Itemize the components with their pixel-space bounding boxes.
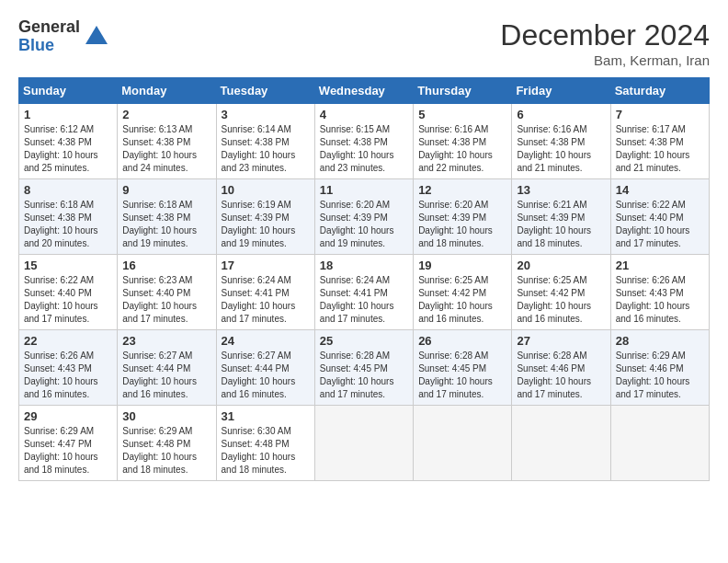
calendar-cell-3-2: 16Sunrise: 6:23 AMSunset: 4:40 PMDayligh…	[118, 255, 216, 330]
cell-content: Sunrise: 6:18 AMSunset: 4:38 PMDaylight:…	[122, 199, 210, 250]
calendar-week-1: 1Sunrise: 6:12 AMSunset: 4:38 PMDaylight…	[19, 104, 710, 179]
day-number: 23	[122, 334, 210, 348]
day-number: 4	[320, 108, 408, 121]
day-number: 9	[122, 183, 210, 197]
calendar-cell-2-4: 11Sunrise: 6:20 AMSunset: 4:39 PMDayligh…	[314, 179, 413, 255]
day-number: 21	[616, 259, 704, 272]
logo-blue-text: Blue	[18, 37, 80, 55]
cell-content: Sunrise: 6:25 AMSunset: 4:42 PMDaylight:…	[418, 274, 506, 326]
calendar-header-row: Sunday Monday Tuesday Wednesday Thursday…	[19, 78, 710, 104]
calendar-cell-5-2: 30Sunrise: 6:29 AMSunset: 4:48 PMDayligh…	[118, 406, 216, 481]
calendar-table: Sunday Monday Tuesday Wednesday Thursday…	[18, 77, 710, 481]
calendar-cell-1-1: 1Sunrise: 6:12 AMSunset: 4:38 PMDaylight…	[19, 104, 118, 179]
cell-content: Sunrise: 6:27 AMSunset: 4:44 PMDaylight:…	[222, 350, 310, 401]
cell-content: Sunrise: 6:25 AMSunset: 4:42 PMDaylight:…	[517, 274, 605, 326]
calendar-cell-5-6	[512, 406, 610, 481]
cell-content: Sunrise: 6:18 AMSunset: 4:38 PMDaylight:…	[24, 199, 112, 250]
col-sunday: Sunday	[19, 78, 118, 104]
day-number: 1	[24, 108, 112, 121]
title-block: December 2024 Bam, Kerman, Iran	[500, 18, 710, 68]
day-number: 24	[222, 334, 310, 348]
calendar-cell-2-1: 8Sunrise: 6:18 AMSunset: 4:38 PMDaylight…	[19, 179, 118, 255]
day-number: 15	[24, 259, 112, 272]
day-number: 26	[418, 334, 506, 348]
cell-content: Sunrise: 6:16 AMSunset: 4:38 PMDaylight:…	[418, 123, 506, 175]
calendar-cell-2-5: 12Sunrise: 6:20 AMSunset: 4:39 PMDayligh…	[414, 179, 512, 255]
cell-content: Sunrise: 6:22 AMSunset: 4:40 PMDaylight:…	[24, 274, 112, 326]
col-tuesday: Tuesday	[216, 78, 314, 104]
day-number: 27	[517, 334, 605, 348]
day-number: 11	[320, 183, 408, 197]
cell-content: Sunrise: 6:20 AMSunset: 4:39 PMDaylight:…	[418, 199, 506, 250]
day-number: 13	[517, 183, 605, 197]
cell-content: Sunrise: 6:19 AMSunset: 4:39 PMDaylight:…	[222, 199, 310, 250]
calendar-cell-4-6: 27Sunrise: 6:28 AMSunset: 4:46 PMDayligh…	[512, 330, 610, 406]
calendar-cell-5-3: 31Sunrise: 6:30 AMSunset: 4:48 PMDayligh…	[216, 406, 314, 481]
svg-marker-0	[85, 26, 108, 44]
day-number: 20	[517, 259, 605, 272]
cell-content: Sunrise: 6:24 AMSunset: 4:41 PMDaylight:…	[320, 274, 408, 326]
calendar-cell-3-1: 15Sunrise: 6:22 AMSunset: 4:40 PMDayligh…	[19, 255, 118, 330]
day-number: 30	[122, 409, 210, 423]
day-number: 2	[122, 108, 210, 121]
cell-content: Sunrise: 6:17 AMSunset: 4:38 PMDaylight:…	[616, 123, 704, 175]
cell-content: Sunrise: 6:28 AMSunset: 4:45 PMDaylight:…	[320, 350, 408, 401]
day-number: 8	[24, 183, 112, 197]
day-number: 12	[418, 183, 506, 197]
calendar-cell-3-4: 18Sunrise: 6:24 AMSunset: 4:41 PMDayligh…	[314, 255, 413, 330]
calendar-cell-4-2: 23Sunrise: 6:27 AMSunset: 4:44 PMDayligh…	[118, 330, 216, 406]
col-friday: Friday	[512, 78, 610, 104]
cell-content: Sunrise: 6:26 AMSunset: 4:43 PMDaylight:…	[616, 274, 704, 326]
cell-content: Sunrise: 6:28 AMSunset: 4:46 PMDaylight:…	[517, 350, 605, 401]
cell-content: Sunrise: 6:29 AMSunset: 4:47 PMDaylight:…	[24, 425, 112, 477]
cell-content: Sunrise: 6:13 AMSunset: 4:38 PMDaylight:…	[122, 123, 210, 175]
cell-content: Sunrise: 6:23 AMSunset: 4:40 PMDaylight:…	[122, 274, 210, 326]
col-saturday: Saturday	[610, 78, 709, 104]
cell-content: Sunrise: 6:24 AMSunset: 4:41 PMDaylight:…	[222, 274, 310, 326]
col-monday: Monday	[118, 78, 216, 104]
day-number: 28	[616, 334, 704, 348]
calendar-cell-1-7: 7Sunrise: 6:17 AMSunset: 4:38 PMDaylight…	[610, 104, 709, 179]
calendar-cell-3-7: 21Sunrise: 6:26 AMSunset: 4:43 PMDayligh…	[610, 255, 709, 330]
day-number: 7	[616, 108, 704, 121]
cell-content: Sunrise: 6:29 AMSunset: 4:48 PMDaylight:…	[122, 425, 210, 477]
day-number: 18	[320, 259, 408, 272]
calendar-cell-1-5: 5Sunrise: 6:16 AMSunset: 4:38 PMDaylight…	[414, 104, 512, 179]
day-number: 14	[616, 183, 704, 197]
day-number: 10	[222, 183, 310, 197]
logo-general-text: General	[18, 18, 80, 37]
calendar-cell-1-3: 3Sunrise: 6:14 AMSunset: 4:38 PMDaylight…	[216, 104, 314, 179]
day-number: 22	[24, 334, 112, 348]
calendar-cell-2-6: 13Sunrise: 6:21 AMSunset: 4:39 PMDayligh…	[512, 179, 610, 255]
cell-content: Sunrise: 6:26 AMSunset: 4:43 PMDaylight:…	[24, 350, 112, 401]
calendar-cell-5-5	[414, 406, 512, 481]
cell-content: Sunrise: 6:28 AMSunset: 4:45 PMDaylight:…	[418, 350, 506, 401]
calendar-cell-5-7	[610, 406, 709, 481]
cell-content: Sunrise: 6:16 AMSunset: 4:38 PMDaylight:…	[517, 123, 605, 175]
col-wednesday: Wednesday	[314, 78, 413, 104]
cell-content: Sunrise: 6:27 AMSunset: 4:44 PMDaylight:…	[122, 350, 210, 401]
calendar-cell-2-2: 9Sunrise: 6:18 AMSunset: 4:38 PMDaylight…	[118, 179, 216, 255]
calendar-cell-5-1: 29Sunrise: 6:29 AMSunset: 4:47 PMDayligh…	[19, 406, 118, 481]
calendar-cell-5-4	[314, 406, 413, 481]
cell-content: Sunrise: 6:12 AMSunset: 4:38 PMDaylight:…	[24, 123, 112, 175]
calendar-cell-4-1: 22Sunrise: 6:26 AMSunset: 4:43 PMDayligh…	[19, 330, 118, 406]
calendar-week-4: 22Sunrise: 6:26 AMSunset: 4:43 PMDayligh…	[19, 330, 710, 406]
calendar-week-2: 8Sunrise: 6:18 AMSunset: 4:38 PMDaylight…	[19, 179, 710, 255]
calendar-cell-4-3: 24Sunrise: 6:27 AMSunset: 4:44 PMDayligh…	[216, 330, 314, 406]
cell-content: Sunrise: 6:21 AMSunset: 4:39 PMDaylight:…	[517, 199, 605, 250]
cell-content: Sunrise: 6:29 AMSunset: 4:46 PMDaylight:…	[616, 350, 704, 401]
cell-content: Sunrise: 6:30 AMSunset: 4:48 PMDaylight:…	[222, 425, 310, 477]
cell-content: Sunrise: 6:15 AMSunset: 4:38 PMDaylight:…	[320, 123, 408, 175]
calendar-cell-2-3: 10Sunrise: 6:19 AMSunset: 4:39 PMDayligh…	[216, 179, 314, 255]
logo: General Blue	[18, 18, 109, 55]
calendar-week-5: 29Sunrise: 6:29 AMSunset: 4:47 PMDayligh…	[19, 406, 710, 481]
calendar-cell-4-5: 26Sunrise: 6:28 AMSunset: 4:45 PMDayligh…	[414, 330, 512, 406]
day-number: 3	[222, 108, 310, 121]
day-number: 19	[418, 259, 506, 272]
logo-icon	[84, 24, 109, 50]
day-number: 16	[122, 259, 210, 272]
calendar-week-3: 15Sunrise: 6:22 AMSunset: 4:40 PMDayligh…	[19, 255, 710, 330]
month-title: December 2024	[500, 18, 710, 52]
day-number: 29	[24, 409, 112, 423]
